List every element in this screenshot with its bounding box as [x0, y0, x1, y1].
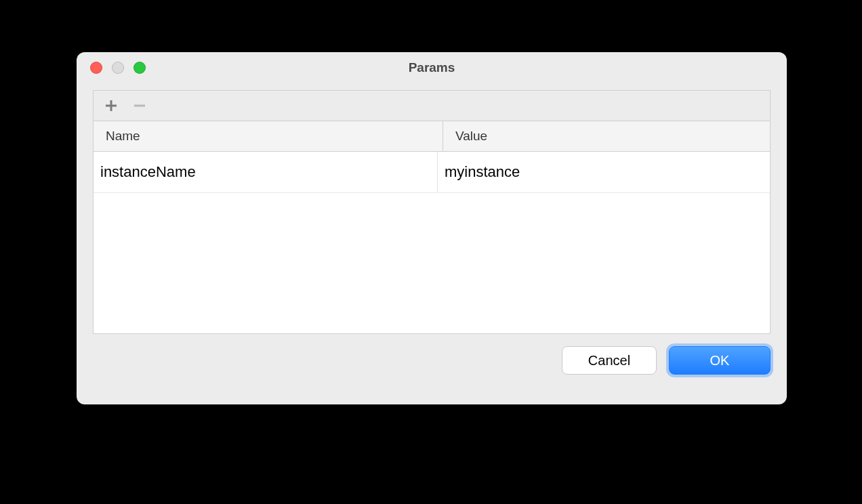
add-param-button[interactable]: [103, 98, 119, 114]
params-panel: Name Value instanceName myinstance: [93, 90, 771, 334]
window-controls: [90, 52, 146, 83]
minus-icon: [133, 99, 146, 112]
zoom-window-button[interactable]: [134, 62, 146, 74]
dialog-content: Name Value instanceName myinstance: [77, 83, 787, 334]
dialog-footer: Cancel OK: [77, 334, 787, 375]
ok-button[interactable]: OK: [669, 346, 771, 375]
column-header-value[interactable]: Value: [443, 121, 770, 151]
cancel-button[interactable]: Cancel: [562, 346, 657, 375]
cell-value[interactable]: myinstance: [438, 152, 770, 192]
close-window-button[interactable]: [90, 62, 102, 74]
column-header-name[interactable]: Name: [94, 121, 443, 151]
params-toolbar: [94, 91, 770, 121]
params-dialog: Params Name Value: [77, 52, 787, 404]
svg-rect-1: [106, 105, 117, 107]
cell-name[interactable]: instanceName: [94, 152, 438, 192]
table-header: Name Value: [94, 121, 770, 152]
remove-param-button[interactable]: [131, 98, 148, 114]
window-title: Params: [409, 60, 455, 75]
titlebar: Params: [77, 52, 787, 83]
minimize-window-button[interactable]: [112, 62, 124, 74]
plus-icon: [104, 99, 118, 112]
table-body: instanceName myinstance: [94, 152, 770, 333]
svg-rect-2: [134, 105, 145, 107]
table-row[interactable]: instanceName myinstance: [94, 152, 770, 193]
